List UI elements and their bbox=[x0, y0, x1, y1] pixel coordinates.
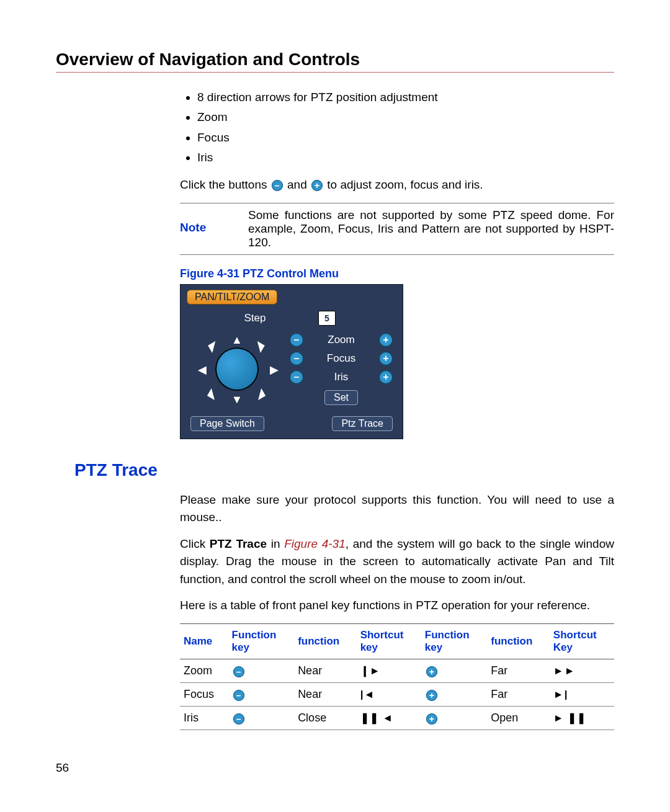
focus-row: – Focus + bbox=[290, 352, 393, 365]
figure-caption: Figure 4-31 PTZ Control Menu bbox=[180, 267, 614, 280]
cell-name: Focus bbox=[180, 683, 228, 707]
content-block-1: 8 direction arrows for PTZ position adju… bbox=[180, 87, 614, 439]
th-name: Name bbox=[180, 623, 228, 659]
ptz-trace-p2: Click PTZ Trace in Figure 4-31, and the … bbox=[180, 535, 614, 589]
minus-icon: – bbox=[233, 713, 244, 725]
text: to adjust zoom, focus and iris. bbox=[327, 178, 483, 191]
iris-row: – Iris + bbox=[290, 370, 393, 384]
click-buttons-line: Click the buttons – and + to adjust zoom… bbox=[180, 176, 614, 194]
iris-minus-icon: – bbox=[290, 370, 303, 384]
page-number: 56 bbox=[56, 761, 69, 775]
pause-rew-icon: ❚❚ ◄ bbox=[360, 712, 394, 724]
zoom-row: – Zoom + bbox=[290, 333, 393, 347]
note-label: Note bbox=[180, 208, 230, 249]
shortcut-table: Name Functionkey function Shortcutkey Fu… bbox=[180, 623, 614, 731]
th-fnkey2: Functionkey bbox=[421, 623, 488, 659]
text: in bbox=[267, 537, 284, 550]
cell-fk1: – bbox=[228, 659, 295, 683]
note-block: Note Some functions are not supported by… bbox=[180, 203, 614, 255]
play-pause-icon: ► ❚❚ bbox=[553, 712, 587, 724]
arrow-dl-icon: ◣ bbox=[207, 386, 220, 400]
cell-fn1: Close bbox=[294, 707, 357, 730]
th-fn1: function bbox=[294, 623, 357, 659]
minus-icon: – bbox=[272, 180, 283, 191]
list-item: Zoom bbox=[197, 107, 614, 127]
iris-plus-icon: + bbox=[379, 370, 393, 384]
focus-label: Focus bbox=[312, 352, 370, 365]
zoom-plus-icon: + bbox=[379, 333, 393, 347]
set-row: Set bbox=[290, 390, 393, 405]
list-item: Iris bbox=[197, 148, 614, 167]
cell-sk1: |◄ bbox=[357, 683, 421, 707]
document-page: Overview of Navigation and Controls 8 di… bbox=[0, 0, 670, 812]
table-body: Zoom – Near ❙► + Far ►► Focus – Near |◄ … bbox=[180, 659, 614, 730]
zoom-minus-icon: – bbox=[290, 333, 303, 347]
arrow-ul-icon: ◤ bbox=[207, 339, 220, 353]
cell-sk2: ►| bbox=[550, 683, 614, 707]
cell-sk1: ❚❚ ◄ bbox=[357, 707, 421, 730]
cell-name: Iris bbox=[180, 707, 228, 730]
cell-fn2: Far bbox=[487, 659, 550, 683]
panel-middle: ▲ ▼ ◀ ▶ ◤ ◥ ◣ ◢ – Zoom + – bbox=[187, 332, 396, 406]
cell-fk2: + bbox=[421, 683, 488, 707]
plus-icon: + bbox=[426, 713, 437, 725]
cell-sk2: ►► bbox=[550, 659, 614, 683]
panel-bottom: Page Switch Ptz Trace bbox=[187, 410, 396, 431]
zoom-focus-iris-column: – Zoom + – Focus + – Iris + bbox=[290, 332, 393, 405]
focus-minus-icon: – bbox=[290, 352, 303, 365]
text-bold: PTZ Trace bbox=[210, 537, 267, 550]
list-item: Focus bbox=[197, 128, 614, 148]
step-row: Step 5 bbox=[187, 308, 396, 332]
cell-fk1: – bbox=[228, 683, 295, 707]
table-row: Iris – Close ❚❚ ◄ + Open ► ❚❚ bbox=[180, 707, 614, 730]
arrow-dr-icon: ◢ bbox=[252, 386, 266, 400]
cell-fn1: Near bbox=[294, 659, 357, 683]
content-block-2: Please make sure your protocol supports … bbox=[180, 491, 614, 731]
list-item: 8 direction arrows for PTZ position adju… bbox=[197, 87, 614, 107]
step-value: 5 bbox=[318, 311, 336, 326]
arrow-ur-icon: ◥ bbox=[252, 339, 266, 353]
set-button: Set bbox=[324, 390, 358, 405]
cell-fn2: Far bbox=[487, 683, 550, 707]
arrow-up-icon: ▲ bbox=[231, 334, 243, 346]
next-icon: ►| bbox=[553, 689, 568, 700]
table-row: Zoom – Near ❙► + Far ►► bbox=[180, 659, 614, 683]
cell-fk2: + bbox=[421, 659, 488, 683]
feature-bullets: 8 direction arrows for PTZ position adju… bbox=[180, 87, 614, 167]
arrow-left-icon: ◀ bbox=[198, 364, 207, 375]
text: and bbox=[287, 178, 310, 191]
plus-icon: + bbox=[311, 180, 323, 191]
plus-icon: + bbox=[426, 690, 437, 701]
table-row: Focus – Near |◄ + Far ►| bbox=[180, 683, 614, 707]
page-switch-button: Page Switch bbox=[190, 416, 264, 431]
th-sk1: Shortcutkey bbox=[357, 623, 421, 659]
cell-sk2: ► ❚❚ bbox=[550, 707, 614, 730]
ffwd-icon: ►► bbox=[553, 665, 576, 677]
th-fn2: function bbox=[487, 623, 550, 659]
focus-plus-icon: + bbox=[379, 352, 393, 365]
cell-fn2: Open bbox=[487, 707, 550, 730]
minus-icon: – bbox=[233, 690, 244, 701]
ptz-trace-button: Ptz Trace bbox=[332, 416, 393, 431]
dpad-center bbox=[215, 347, 259, 391]
text: Click the buttons bbox=[180, 178, 270, 191]
direction-pad: ▲ ▼ ◀ ▶ ◤ ◥ ◣ ◢ bbox=[190, 332, 284, 406]
ptz-panel-figure: PAN/TILT/ZOOM Step 5 ▲ ▼ ◀ ▶ ◤ ◥ ◣ ◢ bbox=[180, 284, 403, 439]
ptz-trace-p3: Here is a table of front panel key funct… bbox=[180, 597, 614, 615]
title-divider bbox=[56, 72, 614, 73]
cell-name: Zoom bbox=[180, 659, 228, 683]
cell-fn1: Near bbox=[294, 683, 357, 707]
figure-reference: Figure 4-31 bbox=[284, 537, 346, 550]
zoom-label: Zoom bbox=[312, 334, 370, 346]
panel-tab: PAN/TILT/ZOOM bbox=[187, 290, 277, 305]
page-title: Overview of Navigation and Controls bbox=[56, 50, 614, 69]
section-title-ptz-trace: PTZ Trace bbox=[74, 460, 614, 480]
text: Click bbox=[180, 537, 210, 550]
th-fnkey1: Functionkey bbox=[228, 623, 295, 659]
note-text: Some functions are not supported by some… bbox=[248, 208, 614, 249]
prev-icon: |◄ bbox=[360, 689, 375, 700]
th-sk2: ShortcutKey bbox=[550, 623, 614, 659]
plus-icon: + bbox=[426, 666, 437, 677]
cell-fk1: – bbox=[228, 707, 295, 730]
iris-label: Iris bbox=[312, 371, 370, 383]
